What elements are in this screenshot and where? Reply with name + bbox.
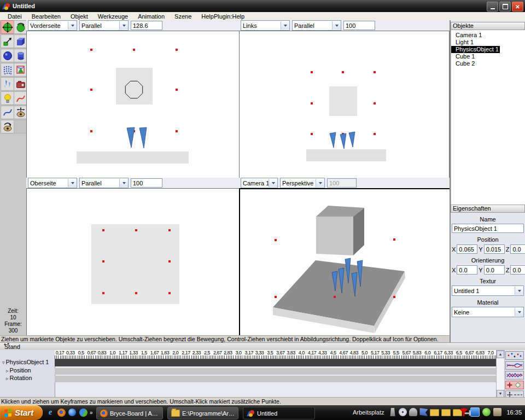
document-icon[interactable] bbox=[419, 408, 428, 416]
folder-icon[interactable] bbox=[430, 409, 439, 416]
rotate-tool[interactable] bbox=[14, 20, 27, 34]
curve-smooth-mode-button[interactable] bbox=[505, 361, 524, 370]
chevron-down-icon[interactable] bbox=[332, 21, 341, 30]
shortcut-icon-1[interactable] bbox=[388, 408, 396, 416]
viewport-camera[interactable] bbox=[239, 188, 451, 337]
chevron-down-icon[interactable] bbox=[119, 21, 128, 30]
object-list-item[interactable]: Camera 1 bbox=[451, 32, 525, 39]
menu-item-datei[interactable]: Datei bbox=[3, 13, 26, 20]
chevron-down-icon[interactable] bbox=[281, 21, 289, 30]
viewport-top[interactable] bbox=[26, 188, 240, 336]
pan-view-tool[interactable] bbox=[14, 106, 27, 119]
chevron-down-icon[interactable] bbox=[316, 179, 324, 187]
maximize-button[interactable] bbox=[499, 2, 511, 11]
curve-linear-mode-button[interactable] bbox=[505, 371, 524, 380]
viewport-front[interactable] bbox=[26, 31, 240, 179]
keyframe-dots-mode-button[interactable] bbox=[505, 351, 524, 360]
object-list-item[interactable]: Cube 2 bbox=[451, 60, 525, 67]
object-list-item[interactable]: Light 1 bbox=[451, 39, 525, 46]
viewport1-view-select[interactable]: Vorderseite bbox=[28, 20, 77, 31]
position-track-label[interactable]: ▹Position bbox=[6, 367, 31, 374]
task-button-untitled[interactable]: Untitled bbox=[243, 407, 315, 419]
object-track-row[interactable] bbox=[55, 359, 496, 366]
close-button[interactable]: ✕ bbox=[512, 2, 523, 11]
chevron-down-icon[interactable] bbox=[515, 308, 523, 316]
chevron-down-icon[interactable] bbox=[68, 21, 77, 30]
create-particles-tool[interactable] bbox=[1, 77, 14, 91]
media-player-icon[interactable] bbox=[68, 408, 77, 417]
viewport2-zoom-field[interactable] bbox=[343, 21, 375, 30]
object-list-item[interactable]: Cube 1 bbox=[451, 53, 525, 60]
viewport3-zoom-field[interactable] bbox=[131, 178, 162, 188]
timeline-scrollbar[interactable]: ▲ ▼ bbox=[496, 350, 505, 398]
user-icon[interactable] bbox=[409, 408, 417, 416]
volume-icon[interactable] bbox=[493, 408, 501, 416]
firefox-icon[interactable] bbox=[57, 408, 66, 417]
viewport3-view-select[interactable]: Oberseite bbox=[28, 178, 77, 188]
create-spline-mesh-tool[interactable] bbox=[1, 63, 14, 77]
viewport2-projection-select[interactable]: Parallel bbox=[292, 20, 341, 31]
chevron-down-icon[interactable] bbox=[269, 179, 277, 187]
texture-select[interactable]: Untitled 1 bbox=[452, 285, 524, 296]
chevron-down-icon[interactable] bbox=[515, 287, 523, 295]
quick-launch-overflow-icon[interactable]: » bbox=[90, 410, 92, 416]
panel-resize-handle[interactable]: ▲▼ bbox=[3, 342, 10, 346]
task-button-browser[interactable]: Bryce-Board | Art of I... bbox=[96, 407, 163, 419]
object-name-field[interactable] bbox=[452, 224, 524, 233]
viewport-left[interactable] bbox=[239, 31, 450, 179]
position-x-field[interactable] bbox=[457, 244, 477, 254]
position-z-field[interactable] bbox=[510, 244, 525, 254]
edit-keyframe-mode-button[interactable] bbox=[505, 381, 524, 389]
rotate-view-tool[interactable] bbox=[1, 120, 14, 133]
expand-triangle-icon[interactable]: ▹ bbox=[6, 368, 9, 374]
menu-item-szene[interactable]: Szene bbox=[170, 13, 196, 20]
start-button[interactable]: Start bbox=[0, 405, 43, 420]
deskband-label[interactable]: Arbeitsplatz bbox=[353, 409, 384, 416]
viewport4-projection-select[interactable]: Perspektive bbox=[280, 178, 325, 188]
create-sphere-tool[interactable] bbox=[1, 49, 14, 62]
material-select[interactable]: Keine bbox=[452, 307, 524, 317]
menu-item-helpplugin-help[interactable]: HelpPlugin:Help bbox=[197, 13, 249, 20]
viewport1-projection-select[interactable]: Parallel bbox=[79, 20, 129, 31]
menu-item-objekt[interactable]: Objekt bbox=[66, 13, 92, 20]
expand-triangle-icon[interactable]: ▹ bbox=[6, 376, 9, 381]
antivirus-icon[interactable] bbox=[459, 408, 468, 416]
object-track-label[interactable]: ▿PhysicsObject 1 bbox=[2, 359, 49, 365]
menu-item-bearbeiten[interactable]: Bearbeiten bbox=[27, 13, 65, 20]
create-light-tool[interactable] bbox=[1, 91, 14, 105]
create-cylinder-tool[interactable] bbox=[14, 49, 27, 62]
menu-item-werkzeuge[interactable]: Werkzeuge bbox=[94, 13, 132, 20]
timeline-ruler[interactable]: 0,170,330,50,670,831,01,171,331,51,671,8… bbox=[55, 350, 496, 359]
viewport3-projection-select[interactable]: Parallel bbox=[79, 178, 129, 188]
google-earth-icon[interactable] bbox=[79, 408, 88, 417]
curve-red-tool[interactable] bbox=[14, 91, 27, 105]
create-cube-tool[interactable] bbox=[14, 34, 27, 48]
chevron-down-icon[interactable] bbox=[68, 179, 77, 187]
move-tool[interactable] bbox=[1, 20, 14, 34]
display-icon[interactable] bbox=[470, 407, 480, 417]
rotation-track-label[interactable]: ▹Rotation bbox=[6, 375, 32, 381]
curve-blue-tool[interactable] bbox=[1, 106, 14, 119]
menu-item-animation[interactable]: Animation bbox=[133, 13, 169, 20]
rotation-track-row[interactable] bbox=[55, 376, 496, 382]
scale-tool[interactable] bbox=[1, 34, 14, 48]
power-icon[interactable] bbox=[482, 408, 491, 416]
collapse-triangle-icon[interactable]: ▿ bbox=[2, 360, 5, 365]
viewport2-view-select[interactable]: Links bbox=[241, 20, 290, 31]
task-button-explorer[interactable]: E:\Programme\ArtOfI... bbox=[167, 407, 238, 419]
position-y-field[interactable] bbox=[484, 244, 505, 254]
folder-icon[interactable] bbox=[441, 409, 451, 416]
create-polygon-tool[interactable] bbox=[14, 63, 27, 77]
chevron-down-icon[interactable] bbox=[119, 179, 128, 187]
cd-drive-icon[interactable] bbox=[399, 408, 407, 416]
create-camera-tool[interactable] bbox=[14, 77, 27, 91]
orientation-x-field[interactable] bbox=[457, 265, 477, 275]
object-list-item[interactable]: PhysicsObject 1 bbox=[451, 46, 500, 53]
viewport1-zoom-field[interactable] bbox=[131, 21, 162, 30]
scroll-up-icon[interactable]: ▲ bbox=[497, 351, 504, 358]
scroll-down-icon[interactable]: ▼ bbox=[497, 390, 504, 398]
internet-explorer-icon[interactable]: e bbox=[46, 408, 55, 417]
orientation-y-field[interactable] bbox=[484, 265, 505, 275]
orientation-z-field[interactable] bbox=[510, 265, 525, 275]
minimize-button[interactable] bbox=[487, 2, 498, 11]
